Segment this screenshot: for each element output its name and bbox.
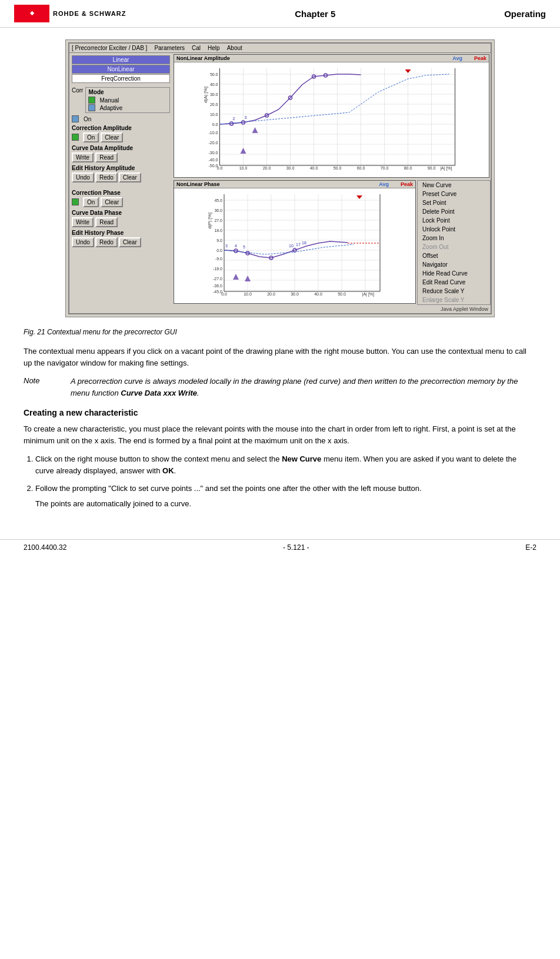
ctx-set-point[interactable]: Set Point	[418, 198, 490, 207]
tab-nonlinear[interactable]: NonLinear	[72, 65, 170, 74]
svg-text:10.0: 10.0	[239, 166, 248, 170]
svg-text:d|P| [%]: d|P| [%]	[207, 213, 212, 229]
on-btn-2[interactable]: On	[83, 197, 99, 207]
menu-parameters[interactable]: Parameters	[154, 45, 185, 51]
redo-btn-1[interactable]: Redo	[95, 172, 118, 182]
clear-hist-btn-1[interactable]: Clear	[119, 172, 141, 182]
list-item-2: Follow the prompting "Click to set curve…	[35, 483, 536, 510]
correction-amplitude-label: Correction Amplitude	[72, 125, 170, 131]
y-axis-label-amp: d|A| [%]	[203, 87, 208, 103]
curve-data-phase-btns: Write Read	[72, 217, 170, 227]
redo-btn-3[interactable]: Redo	[95, 237, 118, 247]
svg-text:10: 10	[289, 244, 294, 248]
ctx-edit-read-curve[interactable]: Edit Read Curve	[418, 278, 490, 287]
ctx-hide-read-curve[interactable]: Hide Read Curve	[418, 269, 490, 278]
read-btn-2[interactable]: Read	[95, 217, 118, 227]
fig-number: Fig. 21	[24, 328, 45, 336]
tab-linear[interactable]: Linear	[72, 55, 170, 64]
section-heading: Creating a new characteristic	[24, 408, 536, 417]
ctx-unlock-point[interactable]: Unlock Point	[418, 225, 490, 234]
svg-text:80.0: 80.0	[404, 166, 412, 170]
logo-box: ◆	[14, 5, 49, 22]
ctx-reduce-scale-y[interactable]: Reduce Scale Y	[418, 287, 490, 296]
svg-text:30.0: 30.0	[210, 92, 218, 97]
page-content: [ Precorrector Exciter / DAB ] Parameter…	[0, 28, 560, 527]
ctx-lock-point[interactable]: Lock Point	[418, 216, 490, 225]
svg-text:3: 3	[245, 115, 247, 120]
svg-text:30.0: 30.0	[286, 166, 295, 170]
svg-text:50.0: 50.0	[210, 72, 218, 77]
menu-about[interactable]: About	[227, 45, 242, 51]
history-amplitude-btns: Undo Redo Clear	[72, 172, 170, 182]
ctx-preset-curve[interactable]: Preset Curve	[418, 190, 490, 198]
svg-text:10.0: 10.0	[244, 292, 252, 296]
svg-text:-36.0: -36.0	[213, 284, 222, 288]
menu-cal[interactable]: Cal	[192, 45, 201, 51]
gui-window: [ Precorrector Exciter / DAB ] Parameter…	[68, 42, 492, 314]
gui-menubar: [ Precorrector Exciter / DAB ] Parameter…	[69, 44, 491, 53]
ctx-navigator[interactable]: Navigator	[418, 260, 490, 269]
svg-text:|A| [%]: |A| [%]	[440, 166, 452, 171]
clear-btn-1[interactable]: Clear	[101, 132, 123, 142]
section-body: To create a new characteristic, you must…	[24, 423, 536, 446]
svg-text:60.0: 60.0	[357, 166, 365, 170]
avg-label-top: Avg	[452, 55, 462, 61]
clear-hist-btn-3[interactable]: Clear	[119, 237, 141, 247]
footer-right: E-2	[525, 543, 536, 552]
on-indicator	[72, 115, 79, 122]
note-label: Note	[24, 376, 59, 399]
ctx-delete-point[interactable]: Delete Point	[418, 207, 490, 216]
undo-btn-3[interactable]: Undo	[72, 237, 94, 247]
svg-text:3: 3	[225, 244, 228, 248]
svg-text:36.0: 36.0	[214, 208, 222, 213]
body-paragraph-1: The contextual menu appears if you click…	[24, 346, 536, 369]
tab-freqcorrection[interactable]: FreqCorrection	[72, 74, 170, 83]
chart-phase-inner: d|P| [%]	[174, 188, 415, 297]
svg-text:40.0: 40.0	[314, 292, 322, 296]
page-header: ◆ ROHDE & SCHWARZ Chapter 5 Operating	[0, 0, 560, 28]
ctx-enlarge-scale-y: Enlarge Scale Y	[418, 296, 490, 304]
ctx-new-curve[interactable]: New Curve	[418, 181, 490, 190]
list-item-1: Click on the right mouse button to show …	[35, 453, 536, 477]
curve-data-amplitude-label: Curve Data Amplitude	[72, 145, 170, 151]
chart-amplitude-inner: d|A| [%]	[174, 62, 489, 171]
svg-text:-10.0: -10.0	[209, 131, 218, 135]
menu-help[interactable]: Help	[208, 45, 220, 51]
on-row: On	[72, 115, 170, 122]
svg-text:45.0: 45.0	[214, 198, 222, 203]
ctx-zoom-out: Zoom Out	[418, 243, 490, 251]
adaptive-indicator	[88, 104, 95, 111]
charts-area: NonLinear Amplitude Avg Peak d|A| [%]	[172, 53, 491, 313]
history-phase-btns: Undo Redo Clear	[72, 237, 170, 247]
svg-text:27.0: 27.0	[214, 218, 222, 223]
svg-text:-20.0: -20.0	[209, 141, 218, 145]
svg-text:-9.0: -9.0	[215, 257, 222, 261]
note-text: A precorrection curve is always modeled …	[71, 376, 536, 399]
ctx-zoom-in[interactable]: Zoom In	[418, 234, 490, 243]
curve-data-phase-label: Curve Data Phase	[72, 210, 170, 216]
ctx-offset[interactable]: Offset	[418, 251, 490, 260]
left-panel: Linear NonLinear FreqCorrection Corr Mod…	[69, 53, 172, 313]
chart-phase-title: NonLinear Phase Avg Peak	[174, 181, 415, 188]
on-text: On	[84, 116, 91, 122]
svg-text:0.0: 0.0	[212, 122, 218, 127]
gui-body: Linear NonLinear FreqCorrection Corr Mod…	[69, 53, 491, 313]
svg-text:40.0: 40.0	[210, 82, 218, 87]
chart-phase-title-text: NonLinear Phase	[176, 181, 220, 187]
window-title: [ Precorrector Exciter / DAB ]	[72, 45, 147, 51]
svg-marker-54	[405, 69, 411, 73]
clear-btn-3[interactable]: Clear	[101, 197, 123, 207]
svg-text:18: 18	[302, 241, 306, 245]
brand-name: ROHDE & SCHWARZ	[53, 10, 126, 17]
write-btn-1[interactable]: Write	[72, 152, 94, 162]
read-btn-1[interactable]: Read	[95, 152, 118, 162]
svg-text:0.0: 0.0	[216, 248, 222, 253]
svg-text:2: 2	[233, 117, 235, 121]
manual-label: Manual	[99, 97, 119, 104]
write-btn-2[interactable]: Write	[72, 217, 94, 227]
on-btn-1[interactable]: On	[83, 132, 99, 142]
undo-btn-1[interactable]: Undo	[72, 172, 94, 182]
chart-phase: NonLinear Phase Avg Peak d|P| [%]	[174, 180, 416, 304]
footer-center: - 5.121 -	[283, 543, 309, 552]
numbered-list: Click on the right mouse button to show …	[24, 453, 536, 510]
